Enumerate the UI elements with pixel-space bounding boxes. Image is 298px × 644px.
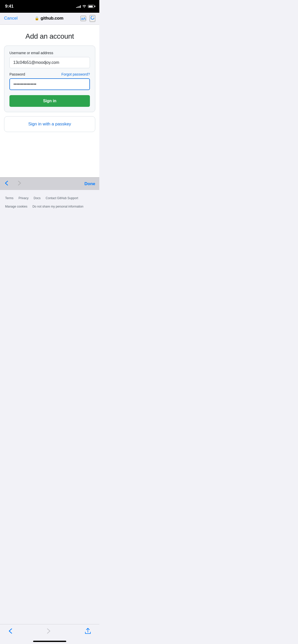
sign-in-button[interactable]: Sign in bbox=[9, 95, 90, 107]
cancel-button[interactable]: Cancel bbox=[4, 15, 18, 22]
wifi-icon bbox=[82, 5, 86, 8]
footer-link-cookies[interactable]: Manage cookies bbox=[5, 204, 27, 209]
page-title-section: Add an account bbox=[0, 25, 99, 46]
page-title: Add an account bbox=[6, 32, 93, 40]
username-group: Username or email address bbox=[9, 51, 90, 68]
password-group: Password Forgot password? bbox=[9, 72, 90, 90]
signal-icon bbox=[76, 5, 81, 8]
browser-url: github.com bbox=[40, 16, 63, 21]
status-icons bbox=[76, 5, 94, 8]
browser-actions: aA bbox=[80, 15, 95, 22]
lock-icon: 🔒 bbox=[35, 16, 39, 20]
passkey-card: Sign in with a passkey bbox=[4, 116, 95, 132]
keyboard-nav-buttons bbox=[4, 180, 22, 188]
status-time: 9:41 bbox=[5, 4, 13, 9]
page-footer: Terms Privacy Docs Contact GitHub Suppor… bbox=[0, 190, 99, 213]
reader-mode-button[interactable]: aA bbox=[80, 16, 86, 21]
forgot-password-link[interactable]: Forgot password? bbox=[61, 72, 90, 76]
status-bar: 9:41 bbox=[0, 0, 99, 13]
login-form-card: Username or email address Password Forgo… bbox=[4, 46, 95, 112]
footer-link-docs[interactable]: Docs bbox=[34, 196, 40, 200]
footer-link-contact[interactable]: Contact GitHub Support bbox=[46, 196, 78, 200]
keyboard-prev-button[interactable] bbox=[4, 180, 11, 188]
footer-links: Terms Privacy Docs Contact GitHub Suppor… bbox=[5, 196, 94, 209]
password-label: Password bbox=[9, 72, 25, 76]
username-input[interactable] bbox=[9, 57, 90, 68]
url-bar: 🔒 github.com bbox=[18, 16, 80, 21]
keyboard-toolbar: Done bbox=[0, 177, 99, 190]
footer-link-do-not-share[interactable]: Do not share my personal information bbox=[32, 204, 83, 209]
footer-link-privacy[interactable]: Privacy bbox=[19, 196, 29, 200]
browser-chrome: Cancel 🔒 github.com aA bbox=[0, 13, 99, 25]
refresh-button[interactable] bbox=[90, 15, 95, 22]
footer-link-terms[interactable]: Terms bbox=[5, 196, 13, 200]
password-input[interactable] bbox=[9, 78, 90, 90]
passkey-link[interactable]: Sign in with a passkey bbox=[28, 122, 71, 126]
page-content: Add an account Username or email address… bbox=[0, 25, 99, 177]
username-label: Username or email address bbox=[9, 51, 90, 55]
battery-icon bbox=[88, 5, 94, 8]
password-header: Password Forgot password? bbox=[9, 72, 90, 76]
keyboard-done-button[interactable]: Done bbox=[85, 181, 96, 186]
keyboard-next-button[interactable] bbox=[15, 180, 22, 188]
